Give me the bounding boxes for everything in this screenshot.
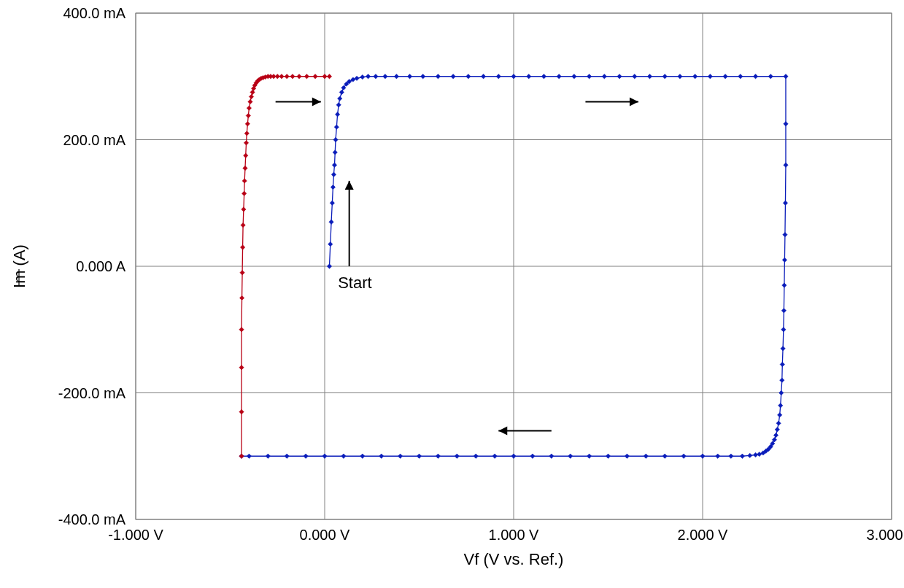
x-tick-label: -1.000 V — [108, 527, 163, 543]
svg-marker-62 — [783, 201, 787, 205]
svg-marker-133 — [248, 99, 252, 104]
svg-marker-60 — [784, 122, 788, 126]
svg-marker-119 — [239, 295, 244, 300]
svg-marker-52 — [678, 74, 682, 79]
x-tick-label: 0.000 V — [300, 527, 351, 543]
svg-marker-59 — [784, 74, 788, 79]
y-tick-label: 0.000 A — [76, 258, 126, 274]
svg-marker-12 — [329, 220, 333, 224]
svg-marker-37 — [451, 74, 455, 79]
svg-marker-46 — [587, 74, 591, 79]
svg-marker-101 — [474, 454, 478, 458]
svg-marker-55 — [723, 74, 727, 79]
svg-marker-19 — [334, 125, 339, 129]
annotation-start: Start — [338, 274, 371, 292]
svg-marker-39 — [481, 74, 485, 79]
svg-marker-98 — [530, 454, 535, 458]
svg-marker-67 — [781, 328, 786, 332]
svg-marker-30 — [366, 74, 370, 79]
svg-marker-74 — [776, 421, 781, 425]
svg-marker-93 — [625, 454, 629, 458]
svg-marker-107 — [360, 454, 365, 458]
svg-marker-150 — [290, 74, 295, 79]
svg-marker-18 — [333, 137, 338, 142]
svg-marker-118 — [239, 328, 244, 332]
svg-marker-32 — [383, 74, 387, 79]
svg-marker-61 — [784, 163, 788, 167]
svg-marker-42 — [527, 74, 531, 79]
svg-marker-108 — [341, 454, 346, 458]
svg-marker-151 — [297, 74, 301, 79]
svg-marker-124 — [242, 191, 246, 196]
svg-marker-84 — [753, 452, 757, 457]
svg-marker-43 — [541, 74, 546, 79]
y-tick-label: 200.0 mA — [63, 132, 125, 148]
svg-marker-109 — [322, 454, 327, 458]
svg-marker-21 — [336, 103, 341, 107]
svg-marker-87 — [729, 454, 733, 458]
svg-marker-72 — [779, 403, 783, 408]
svg-marker-91 — [662, 454, 667, 458]
svg-marker-58 — [768, 74, 773, 79]
svg-marker-120 — [240, 270, 244, 274]
svg-marker-68 — [781, 347, 785, 351]
svg-marker-116 — [239, 409, 244, 414]
svg-marker-54 — [708, 74, 712, 79]
svg-marker-128 — [244, 141, 248, 145]
svg-marker-76 — [773, 433, 778, 437]
svg-marker-71 — [779, 390, 784, 395]
svg-marker-89 — [700, 454, 705, 458]
svg-marker-148 — [279, 74, 284, 79]
svg-marker-50 — [647, 74, 652, 79]
svg-marker-132 — [247, 106, 251, 110]
svg-marker-23 — [339, 90, 344, 94]
svg-marker-57 — [753, 74, 757, 79]
svg-marker-70 — [780, 378, 784, 382]
svg-marker-129 — [244, 131, 249, 136]
svg-marker-99 — [511, 454, 516, 458]
svg-marker-104 — [417, 454, 421, 458]
svg-marker-56 — [738, 74, 743, 79]
svg-marker-69 — [780, 362, 784, 366]
svg-marker-105 — [398, 454, 402, 458]
svg-marker-121 — [240, 245, 244, 249]
svg-marker-22 — [338, 96, 342, 101]
svg-marker-115 — [239, 454, 244, 458]
gridlines — [136, 13, 892, 519]
svg-marker-40 — [496, 74, 501, 79]
svg-marker-127 — [244, 153, 248, 158]
svg-marker-51 — [662, 74, 667, 79]
svg-marker-130 — [245, 122, 250, 126]
svg-marker-15 — [331, 172, 336, 177]
svg-marker-33 — [394, 74, 398, 79]
svg-marker-44 — [557, 74, 561, 79]
svg-marker-149 — [285, 74, 289, 79]
svg-marker-123 — [242, 207, 246, 212]
cv-chart: -1.000 V0.000 V1.000 V2.000 V3.000 V-400… — [0, 0, 904, 588]
svg-marker-95 — [587, 454, 591, 458]
svg-marker-100 — [492, 454, 497, 458]
x-tick-label: 3.000 V — [867, 527, 904, 543]
svg-marker-85 — [748, 453, 752, 457]
svg-marker-16 — [332, 163, 336, 167]
y-tick-label: 400.0 mA — [63, 5, 125, 21]
arrowhead-icon — [630, 97, 638, 106]
svg-marker-111 — [285, 454, 289, 458]
svg-marker-153 — [313, 74, 317, 79]
svg-marker-96 — [568, 454, 573, 458]
svg-marker-110 — [304, 454, 308, 458]
chart-svg: -1.000 V0.000 V1.000 V2.000 V3.000 V-400… — [0, 0, 904, 588]
y-tick-label: -400.0 mA — [58, 511, 126, 527]
svg-marker-103 — [436, 454, 440, 458]
svg-marker-17 — [333, 150, 337, 155]
svg-marker-125 — [242, 179, 247, 183]
svg-marker-35 — [420, 74, 425, 79]
svg-marker-126 — [243, 166, 247, 170]
svg-marker-36 — [436, 74, 440, 79]
svg-marker-88 — [716, 454, 720, 458]
svg-marker-102 — [455, 454, 459, 458]
svg-marker-34 — [407, 74, 412, 79]
svg-marker-92 — [644, 454, 648, 458]
svg-marker-135 — [250, 90, 255, 94]
svg-marker-112 — [266, 454, 270, 458]
